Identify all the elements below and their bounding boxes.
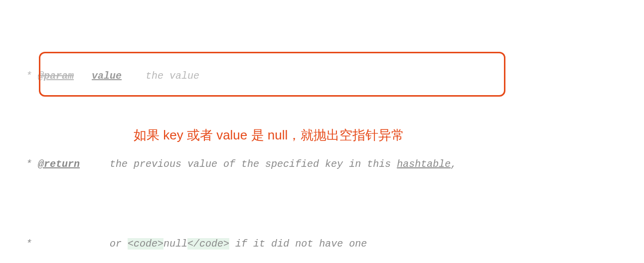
doc-param-desc: the value bbox=[146, 70, 199, 82]
code-tag-close: </code> bbox=[187, 238, 229, 250]
code-editor[interactable]: * @param value the value * @return the p… bbox=[0, 0, 644, 263]
doc-tag-return: @return bbox=[38, 158, 80, 170]
doc-tag-param: @param bbox=[38, 70, 74, 82]
doc-line-return-1: * @return the previous value of the spec… bbox=[0, 140, 644, 156]
code-tag-open: <code> bbox=[128, 238, 163, 250]
doc-link-hashtable: hashtable bbox=[397, 158, 451, 170]
annotation-text: 如果 key 或者 value 是 null，就抛出空指针异常 bbox=[134, 129, 404, 141]
comment-star: * bbox=[20, 70, 38, 82]
doc-line-return-2: * or <code>null</code> if it did not hav… bbox=[0, 220, 644, 236]
doc-line-param: * @param value the value bbox=[0, 66, 644, 77]
doc-param-name: value bbox=[92, 70, 122, 82]
